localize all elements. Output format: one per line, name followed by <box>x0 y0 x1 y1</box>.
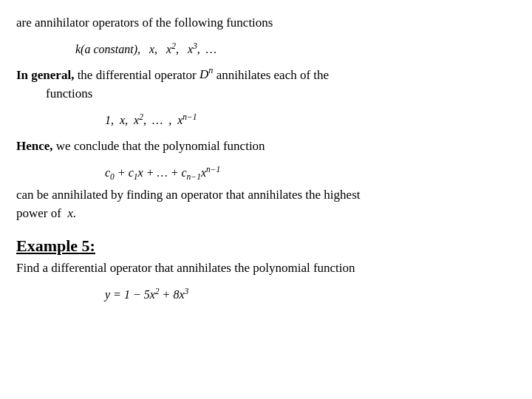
can-be-line1: can be annihilated by finding an operato… <box>16 185 516 205</box>
hence-text: we conclude that the polynomial function <box>56 139 265 153</box>
can-be-text2: power of x. <box>16 206 76 220</box>
can-be-line2: power of x. <box>16 204 516 223</box>
in-general-line2: functions <box>46 84 516 103</box>
formula2-block: 1, x, x2, … , xn−1 <box>105 112 516 127</box>
formula4-text: y = 1 − 5x2 + 8x3 <box>105 288 188 301</box>
in-general-section: In general, the differential operator Dn… <box>16 64 516 103</box>
formula3-block: c0 + c1x + … + cn−1xn−1 <box>105 164 516 181</box>
intro-line: are annihilator operators of the followi… <box>16 13 516 33</box>
formula4-block: y = 1 − 5x2 + 8x3 <box>105 286 516 301</box>
example-description: Find a differential operator that annihi… <box>16 261 355 275</box>
hence-bold: Hence, <box>16 139 53 153</box>
can-be-section: can be annihilated by finding an operato… <box>16 185 516 223</box>
formula1-text: k(a constant), x, x2, x3, … <box>75 43 216 55</box>
example-heading: Example 5: <box>16 236 516 256</box>
formula1-block: k(a constant), x, x2, x3, … <box>75 41 516 57</box>
page-container: are annihilator operators of the followi… <box>0 0 532 399</box>
example-heading-text: Example 5: <box>16 236 95 255</box>
formula3-text: c0 + c1x + … + cn−1xn−1 <box>105 166 220 179</box>
functions-text: functions <box>46 86 92 100</box>
in-general-bold: In general, <box>16 67 74 81</box>
formula2-text: 1, x, x2, … , xn−1 <box>105 114 197 126</box>
in-general-text: the differential operator Dn annihilates… <box>78 67 330 81</box>
intro-text: are annihilator operators of the followi… <box>16 16 273 30</box>
example-text-line: Find a differential operator that annihi… <box>16 259 516 278</box>
in-general-line1: In general, the differential operator Dn… <box>16 64 516 84</box>
hence-line: Hence, we conclude that the polynomial f… <box>16 137 516 156</box>
hence-section: Hence, we conclude that the polynomial f… <box>16 137 516 156</box>
can-be-text1: can be annihilated by finding an operato… <box>16 188 360 202</box>
